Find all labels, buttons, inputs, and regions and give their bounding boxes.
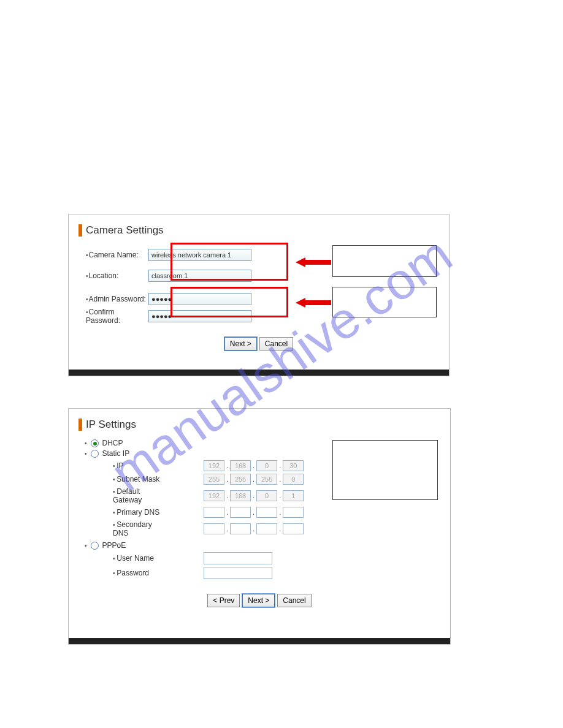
subnet-label: Subnet Mask bbox=[69, 475, 162, 483]
gateway-octet-2[interactable] bbox=[230, 490, 251, 501]
secondary-dns-label: Secondary DNS bbox=[69, 520, 162, 537]
ip-label: IP bbox=[69, 461, 162, 470]
camera-settings-panel: Camera Settings Camera Name: Location: A… bbox=[68, 214, 450, 376]
pppoe-username-input[interactable] bbox=[204, 552, 272, 564]
dhcp-label: DHCP bbox=[102, 439, 123, 447]
static-ip-radio[interactable] bbox=[91, 450, 99, 458]
callout-box bbox=[332, 440, 438, 500]
ip-settings-title: IP Settings bbox=[69, 409, 450, 437]
pppoe-password-input[interactable] bbox=[204, 567, 272, 579]
arrow-left-icon bbox=[296, 297, 331, 309]
pdns-octet-1[interactable] bbox=[204, 507, 224, 518]
ip-octet-1[interactable] bbox=[204, 460, 224, 471]
pdns-octet-4[interactable] bbox=[283, 507, 304, 518]
primary-dns-label: Primary DNS bbox=[69, 508, 162, 517]
sdns-octet-2[interactable] bbox=[230, 523, 251, 534]
pppoe-radio-row[interactable]: • PPPoE bbox=[85, 541, 450, 550]
gateway-label: Default Gateway bbox=[69, 487, 162, 504]
subnet-octet-4[interactable] bbox=[283, 474, 304, 485]
confirm-password-input[interactable] bbox=[148, 310, 251, 322]
prev-button[interactable]: < Prev bbox=[207, 594, 240, 607]
ip-octet-4[interactable] bbox=[283, 460, 304, 471]
location-label: Location: bbox=[69, 271, 148, 280]
camera-name-label: Camera Name: bbox=[69, 251, 148, 259]
panel-footer-bar bbox=[69, 638, 450, 644]
subnet-octet-3[interactable] bbox=[256, 474, 277, 485]
dhcp-radio[interactable] bbox=[91, 439, 99, 447]
ip-settings-panel: IP Settings • DHCP • Static IP IP . . . … bbox=[68, 408, 451, 645]
confirm-password-label: Confirm Password: bbox=[69, 308, 148, 325]
pdns-octet-2[interactable] bbox=[230, 507, 251, 518]
static-ip-label: Static IP bbox=[102, 449, 130, 458]
subnet-octet-2[interactable] bbox=[230, 474, 251, 485]
ip-octet-2[interactable] bbox=[230, 460, 251, 471]
pppoe-label: PPPoE bbox=[102, 541, 126, 550]
ip-octet-3[interactable] bbox=[256, 460, 277, 471]
admin-password-input[interactable] bbox=[148, 293, 251, 305]
sdns-octet-4[interactable] bbox=[283, 523, 304, 534]
section-accent-icon bbox=[79, 224, 82, 237]
admin-password-label: Admin Password: bbox=[69, 295, 148, 303]
cancel-button[interactable]: Cancel bbox=[277, 594, 311, 607]
callout-box bbox=[332, 287, 437, 317]
sdns-octet-3[interactable] bbox=[256, 523, 277, 534]
password-label: Password bbox=[69, 569, 162, 577]
arrow-left-icon bbox=[296, 256, 331, 268]
camera-settings-title-text: Camera Settings bbox=[86, 224, 164, 237]
next-button[interactable]: Next > bbox=[242, 594, 275, 607]
subnet-octet-1[interactable] bbox=[204, 474, 224, 485]
next-button[interactable]: Next > bbox=[224, 337, 257, 351]
svg-marker-0 bbox=[296, 257, 331, 267]
ip-settings-title-text: IP Settings bbox=[86, 419, 136, 431]
callout-box bbox=[332, 245, 437, 277]
svg-marker-1 bbox=[296, 298, 331, 308]
camera-name-input[interactable] bbox=[148, 249, 251, 261]
camera-settings-title: Camera Settings bbox=[69, 214, 449, 243]
gateway-octet-3[interactable] bbox=[256, 490, 277, 501]
sdns-octet-1[interactable] bbox=[204, 523, 224, 534]
gateway-octet-1[interactable] bbox=[204, 490, 224, 501]
pdns-octet-3[interactable] bbox=[256, 507, 277, 518]
gateway-octet-4[interactable] bbox=[283, 490, 304, 501]
location-input[interactable] bbox=[148, 270, 251, 282]
section-accent-icon bbox=[79, 419, 82, 431]
pppoe-radio[interactable] bbox=[91, 542, 99, 550]
cancel-button[interactable]: Cancel bbox=[259, 337, 293, 351]
panel-footer-bar bbox=[69, 370, 449, 376]
username-label: User Name bbox=[69, 554, 162, 563]
